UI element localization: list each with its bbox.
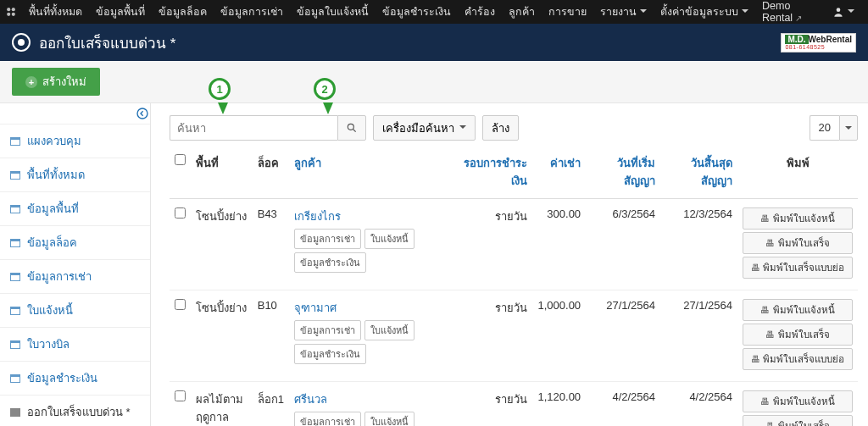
folder-icon	[10, 239, 20, 247]
filter-bar: 1 2 เครื่องมือค้นหา ล้าง 20	[170, 115, 858, 141]
sidebar-item[interactable]: แผงควบคุม	[0, 124, 150, 158]
col-customer[interactable]: ลูกค้า	[289, 149, 457, 199]
topnav-item[interactable]: ข้อมูลใบแจ้งหนี้	[290, 0, 376, 24]
topnav-item[interactable]: พื้นที่ทั้งหมด	[22, 0, 89, 24]
cell-start: 4/2/2564	[586, 382, 660, 427]
new-button[interactable]: สร้างใหม่	[12, 68, 100, 96]
search-input[interactable]	[170, 115, 337, 141]
search-button[interactable]	[337, 115, 366, 141]
col-lock: ล็อค	[253, 149, 289, 199]
cell-rent: 1,120.00	[532, 382, 586, 427]
cell-end: 27/1/2564	[660, 290, 737, 382]
cell-print: พิมพ์ใบแจ้งหนี้พิมพ์ใบเสร็จพิมพ์ใบเสร็จแ…	[737, 290, 858, 382]
sidebar-item[interactable]: พื้นที่ทั้งหมด	[0, 158, 150, 191]
topnav-item[interactable]: การขาย	[542, 0, 593, 24]
svg-point-3	[12, 13, 15, 16]
folder-icon	[10, 307, 20, 315]
sitename-link[interactable]: Demo Rental	[755, 0, 822, 24]
sidebar-item-label: ใบแจ้งหนี้	[27, 302, 73, 319]
cell-start: 6/3/2564	[586, 199, 660, 290]
col-print: พิมพ์	[737, 149, 858, 199]
sidebar-item[interactable]: ใบวางบิล	[0, 327, 150, 361]
print-invoice[interactable]: พิมพ์ใบแจ้งหนี้	[743, 299, 853, 321]
chip-invoice[interactable]: ใบแจ้งหนี้	[364, 320, 415, 340]
sidebar-item-label: แผงควบคุม	[27, 132, 81, 150]
user-menu[interactable]	[822, 6, 863, 18]
joomla-icon[interactable]	[5, 4, 17, 19]
cell-cycle: รายวัน	[457, 290, 533, 382]
folder-icon	[10, 340, 20, 349]
customer-link[interactable]: จุฑามาศ	[294, 299, 452, 317]
print-receipt[interactable]: พิมพ์ใบเสร็จ	[743, 324, 853, 346]
sidebar-item-label: ออกใบเสร็จแบบด่วน *	[27, 403, 131, 421]
svg-line-7	[353, 130, 356, 132]
limit-select[interactable]: 20	[810, 115, 858, 141]
chip-rent[interactable]: ข้อมูลการเช่า	[294, 320, 361, 340]
chip-payment[interactable]: ข้อมูลชำระเงิน	[294, 252, 366, 273]
chip-rent[interactable]: ข้อมูลการเช่า	[294, 412, 361, 426]
table-row: ผลไม้ตามฤดูกาลล็อก1ศรีนวลข้อมูลการเช่าใบ…	[170, 382, 858, 427]
col-start[interactable]: วันที่เริ่มสัญญา	[586, 149, 660, 199]
topnav-item[interactable]: ข้อมูลล็อค	[152, 0, 214, 24]
sidebar-item-label: ใบวางบิล	[27, 335, 70, 353]
topnav-item[interactable]: คำร้อง	[458, 0, 502, 24]
print-receipt_short[interactable]: พิมพ์ใบเสร็จแบบย่อ	[743, 348, 853, 370]
topnav-item[interactable]: ข้อมูลชำระเงิน	[376, 0, 458, 24]
cell-area: โซนปิ้งย่าง	[191, 290, 253, 382]
topnav-item[interactable]: ลูกค้า	[502, 0, 542, 24]
svg-point-1	[12, 8, 15, 11]
sidebar-item[interactable]: ข้อมูลการเช่า	[0, 259, 150, 293]
svg-point-4	[837, 8, 841, 12]
table-row: โซนปิ้งย่างB10จุฑามาศข้อมูลการเช่าใบแจ้ง…	[170, 290, 858, 382]
print-invoice[interactable]: พิมพ์ใบแจ้งหนี้	[743, 207, 853, 230]
svg-point-5	[137, 108, 147, 119]
col-rent[interactable]: ค่าเช่า	[532, 149, 586, 199]
sidebar-item[interactable]: ออกใบเสร็จแบบด่วน *	[0, 395, 150, 426]
topnav-item[interactable]: ข้อมูลการเช่า	[214, 0, 290, 24]
customer-link[interactable]: เกรียงไกร	[294, 207, 452, 225]
annotation-marker-2: 2	[314, 78, 336, 100]
sidebar-item[interactable]: ข้อมูลพื้นที่	[0, 191, 150, 225]
data-table: พื้นที่ ล็อค ลูกค้า รอบการชำระเงิน ค่าเช…	[170, 149, 858, 426]
select-all-checkbox[interactable]	[175, 154, 186, 165]
topnav-item[interactable]: รายงาน	[593, 0, 654, 24]
sidebar-item[interactable]: ข้อมูลล็อค	[0, 225, 150, 259]
search-tools-button[interactable]: เครื่องมือค้นหา	[373, 115, 476, 141]
print-receipt_short[interactable]: พิมพ์ใบเสร็จแบบย่อ	[743, 257, 853, 279]
folder-icon	[10, 171, 20, 180]
chip-invoice[interactable]: ใบแจ้งหนี้	[364, 229, 415, 249]
sidebar-item[interactable]: ข้อมูลชำระเงิน	[0, 361, 150, 395]
col-end[interactable]: วันสิ้นสุดสัญญา	[660, 149, 737, 199]
cell-area: โซนปิ้งย่าง	[191, 199, 253, 290]
row-checkbox[interactable]	[175, 207, 186, 219]
print-receipt[interactable]: พิมพ์ใบเสร็จ	[743, 232, 853, 254]
chip-invoice[interactable]: ใบแจ้งหนี้	[364, 412, 415, 426]
cell-rent: 1,000.00	[532, 290, 586, 382]
topnav-item[interactable]: ข้อมูลพื้นที่	[89, 0, 152, 24]
sidebar-collapse-icon[interactable]	[136, 107, 149, 123]
folder-icon	[10, 408, 20, 417]
svg-point-0	[7, 8, 10, 11]
col-cycle[interactable]: รอบการชำระเงิน	[457, 149, 533, 199]
cell-lock: B10	[253, 290, 289, 382]
title-bar: ออกใบเสร็จแบบด่วน * M.D.WebRental 081-61…	[0, 24, 868, 61]
row-checkbox[interactable]	[175, 299, 186, 310]
print-invoice[interactable]: พิมพ์ใบแจ้งหนี้	[743, 390, 853, 412]
chip-payment[interactable]: ข้อมูลชำระเงิน	[294, 344, 366, 364]
cell-area: ผลไม้ตามฤดูกาล	[191, 382, 253, 427]
cell-customer: เกรียงไกรข้อมูลการเช่าใบแจ้งหนี้ข้อมูลชำ…	[289, 199, 457, 290]
row-checkbox[interactable]	[175, 390, 186, 401]
customer-link[interactable]: ศรีนวล	[294, 390, 452, 408]
cell-cycle: รายวัน	[457, 199, 533, 290]
cell-lock: ล็อก1	[253, 382, 289, 427]
sidebar-item[interactable]: ใบแจ้งหนี้	[0, 293, 150, 327]
clear-button[interactable]: ล้าง	[482, 115, 519, 141]
folder-icon	[10, 205, 20, 213]
print-receipt[interactable]: พิมพ์ใบเสร็จ	[743, 415, 853, 426]
table-row: โซนปิ้งย่างB43เกรียงไกรข้อมูลการเช่าใบแจ…	[170, 199, 858, 290]
sidebar-item-label: ข้อมูลพื้นที่	[27, 200, 79, 218]
topnav-item[interactable]: ตั้งค่าข้อมูลระบบ	[654, 0, 755, 24]
chip-rent[interactable]: ข้อมูลการเช่า	[294, 229, 361, 249]
sidebar-item-label: ข้อมูลล็อค	[27, 234, 77, 252]
cell-customer: จุฑามาศข้อมูลการเช่าใบแจ้งหนี้ข้อมูลชำระ…	[289, 290, 457, 382]
